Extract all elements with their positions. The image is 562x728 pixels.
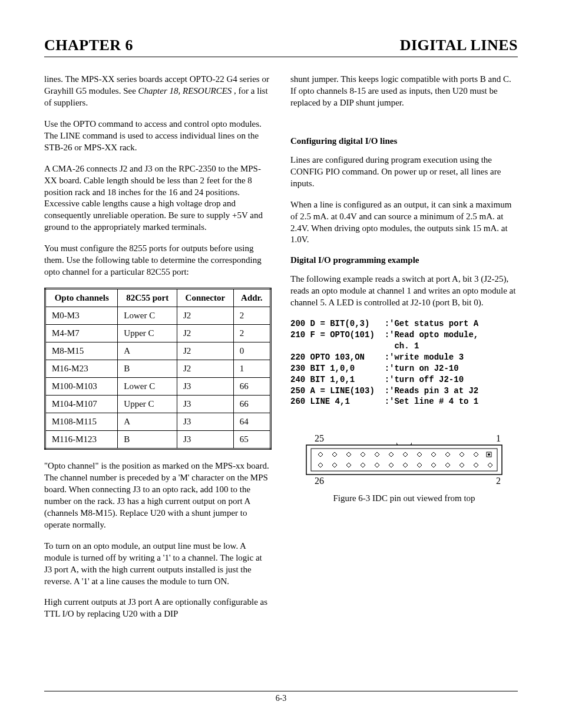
table-row: M16-M23 B J2 1 [45,360,271,378]
right-p4: The following example reads a switch at … [290,274,518,309]
cell: M16-M23 [45,360,118,378]
fig-label-br: 2 [496,476,501,486]
table-row: M100-M103 Lower C J3 66 [45,378,271,396]
figure-6-3: 25 1 26 2 [290,431,518,503]
right-p2: Lines are configured during program exec… [290,154,518,190]
left-p3: A CMA-26 connects J2 and J3 on the RPC-2… [44,163,272,234]
cell: 66 [233,378,270,396]
left-p1-italic: Chapter 18, RESOURCES [138,86,232,95]
cell: 66 [233,396,270,413]
left-p6: To turn on an opto module, an output lin… [44,541,272,588]
cell: A [118,342,177,360]
cell: J2 [177,325,233,342]
cell: 2 [233,325,270,342]
cell: 1 [233,360,270,378]
table-row: M108-M115 A J3 64 [45,413,271,431]
connector-diagram-icon: 25 1 26 2 [298,431,510,490]
cell: Upper C [118,325,177,342]
heading-example: Digital I/O programming example [290,255,518,265]
cell: B [118,360,177,378]
cell: J3 [177,378,233,396]
th-opto: Opto channels [45,289,118,307]
page-number: 6-3 [276,694,287,703]
fig-label-bl: 26 [315,476,324,486]
cell: M116-M123 [45,431,118,449]
th-connector: Connector [177,289,233,307]
columns: lines. The MPS-XX series boards accept O… [44,74,518,630]
header-chapter: CHAPTER 6 [44,37,133,54]
cell: M108-M115 [45,413,118,431]
fig-label-tr: 1 [496,433,501,443]
heading-config: Configuring digital I/O lines [290,136,518,146]
th-port: 82C55 port [118,289,177,307]
left-p1: lines. The MPS-XX series boards accept O… [44,74,272,109]
cell: 0 [233,342,270,360]
th-addr: Addr. [233,289,270,307]
table-row: M0-M3 Lower C J2 2 [45,307,271,325]
cell: Upper C [118,396,177,413]
header-title: DIGITAL LINES [400,37,518,54]
svg-rect-0 [306,445,502,475]
left-p7: High current outputs at J3 port A are op… [44,597,272,620]
page-footer: 6-3 [44,691,518,703]
page-header: CHAPTER 6 DIGITAL LINES [44,37,518,57]
cell: J2 [177,342,233,360]
code-example: 200 D = BIT(0,3) :'Get status port A 210… [290,318,518,407]
svg-rect-4 [311,449,497,471]
table-row: M8-M15 A J2 0 [45,342,271,360]
table-row: M116-M123 B J3 65 [45,431,271,449]
cell: M0-M3 [45,307,118,325]
right-column: shunt jumper. This keeps logic compatibl… [290,74,518,630]
left-column: lines. The MPS-XX series boards accept O… [44,74,272,630]
cell: M100-M103 [45,378,118,396]
cell: J3 [177,431,233,449]
svg-point-6 [488,454,490,456]
cell: J2 [177,307,233,325]
opto-table: Opto channels 82C55 port Connector Addr.… [44,288,272,450]
left-p2: Use the OPTO command to access and contr… [44,118,272,154]
page: CHAPTER 6 DIGITAL LINES lines. The MPS-X… [0,0,562,728]
cell: 65 [233,431,270,449]
cell: M104-M107 [45,396,118,413]
cell: 64 [233,413,270,431]
cell: 2 [233,307,270,325]
table-row: M4-M7 Upper C J2 2 [45,325,271,342]
cell: A [118,413,177,431]
left-p4: You must configure the 8255 ports for ou… [44,243,272,278]
cell: J3 [177,396,233,413]
fig-label-tl: 25 [315,433,324,443]
cell: Lower C [118,307,177,325]
cell: J3 [177,413,233,431]
left-p5: "Opto channel" is the position as marked… [44,460,272,531]
table-row: M104-M107 Upper C J3 66 [45,396,271,413]
cell: M8-M15 [45,342,118,360]
cell: M4-M7 [45,325,118,342]
right-p1: shunt jumper. This keeps logic compatibl… [290,74,518,109]
figure-caption: Figure 6-3 IDC pin out viewed from top [290,493,518,503]
cell: J2 [177,360,233,378]
cell: Lower C [118,378,177,396]
cell: B [118,431,177,449]
right-p3: When a line is configured as an output, … [290,199,518,246]
